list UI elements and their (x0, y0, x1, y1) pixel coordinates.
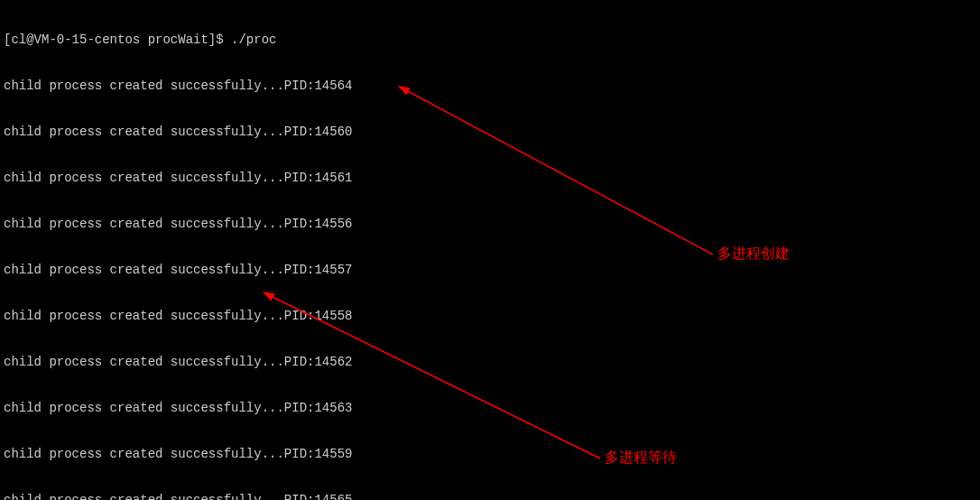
prompt-line: [cl@VM-0-15-centos procWait]$ ./proc (4, 32, 976, 48)
created-line: child process created successfully...PID… (4, 355, 976, 370)
terminal-output: [cl@VM-0-15-centos procWait]$ ./proc chi… (4, 2, 976, 500)
created-line: child process created successfully...PID… (4, 309, 976, 324)
created-line: child process created successfully...PID… (4, 447, 976, 462)
created-line: child process created successfully...PID… (4, 493, 976, 500)
created-line: child process created successfully...PID… (4, 217, 976, 232)
created-line: child process created successfully...PID… (4, 401, 976, 416)
created-line: child process created successfully...PID… (4, 125, 976, 140)
created-line: child process created successfully...PID… (4, 263, 976, 278)
annotation-create: 多进程创建 (717, 245, 790, 261)
created-line: child process created successfully...PID… (4, 171, 976, 186)
created-line: child process created successfully...PID… (4, 79, 976, 94)
annotation-wait: 多进程等待 (605, 449, 677, 465)
